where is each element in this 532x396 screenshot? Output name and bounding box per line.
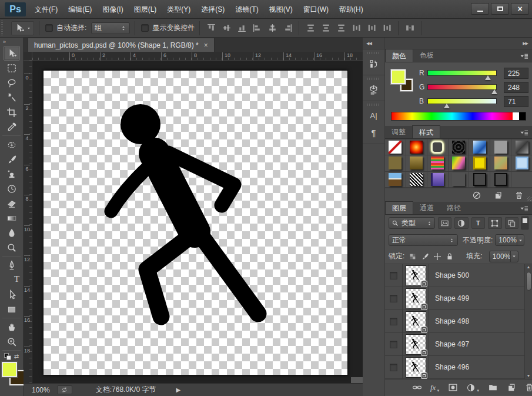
style-cell[interactable] (469, 172, 490, 187)
maximize-button[interactable] (491, 3, 509, 15)
filter-smart-objects-button[interactable] (505, 217, 519, 229)
menu-help[interactable]: 帮助(H) (334, 0, 369, 19)
blue-value-field[interactable]: 71 (504, 96, 528, 107)
style-cell[interactable] (469, 139, 490, 155)
layer-thumbnail[interactable] (406, 311, 426, 332)
tools-collapse-toggle[interactable]: » (0, 38, 23, 46)
tab-close-icon[interactable]: × (204, 41, 208, 49)
tab-adjustments[interactable]: 调整 (385, 125, 412, 138)
layer-name[interactable]: Shape 500 (429, 271, 469, 279)
tab-styles[interactable]: 样式 (412, 125, 440, 138)
tab-color[interactable]: 颜色 (385, 49, 413, 62)
delete-style-button[interactable] (514, 191, 524, 200)
style-cell[interactable] (511, 139, 532, 155)
new-style-button[interactable] (493, 191, 503, 200)
fill-dropdown[interactable]: 100% (489, 251, 518, 262)
menu-edit[interactable]: 编辑(E) (63, 0, 97, 19)
foreground-color-swatch[interactable] (391, 69, 406, 84)
style-cell[interactable] (490, 139, 511, 155)
visibility-toggle[interactable] (385, 264, 403, 287)
visibility-toggle[interactable] (385, 310, 403, 332)
style-cell[interactable] (406, 155, 427, 171)
pen-tool[interactable] (4, 258, 20, 272)
pasteboard[interactable] (32, 61, 363, 383)
hue-ramp[interactable] (392, 112, 513, 120)
style-cell[interactable] (490, 155, 511, 171)
distribute-right-button[interactable] (380, 22, 393, 35)
close-button[interactable]: × (511, 3, 529, 15)
style-cell[interactable] (449, 172, 469, 187)
slider-thumb[interactable] (491, 89, 497, 94)
distribute-vertical-center-button[interactable] (319, 22, 332, 35)
menu-filter[interactable]: 滤镜(T) (230, 0, 263, 19)
style-cell[interactable] (427, 139, 448, 155)
link-layers-button[interactable] (412, 382, 422, 392)
layer-name[interactable]: Shape 498 (429, 317, 469, 325)
layer-row[interactable]: Shape 497 (385, 333, 532, 356)
character-panel-button[interactable]: A| (365, 107, 383, 124)
options-grip[interactable] (1, 21, 3, 36)
eyedropper-tool[interactable] (4, 119, 20, 134)
layer-name[interactable]: Shape 497 (429, 340, 469, 348)
tab-layers[interactable]: 图层 (385, 201, 413, 214)
eye-checkbox[interactable] (390, 272, 397, 279)
add-layer-mask-button[interactable] (448, 382, 458, 392)
layer-row[interactable]: Shape 496 (385, 356, 532, 379)
default-colors-icon[interactable] (4, 353, 11, 360)
layer-thumbnail-cell[interactable] (403, 356, 429, 378)
lock-transparent-pixels-button[interactable] (409, 252, 417, 261)
current-tool-preset[interactable] (11, 21, 34, 35)
distribute-horizontal-center-button[interactable] (365, 22, 378, 35)
layer-style-button[interactable]: fx▼ (430, 383, 440, 392)
filter-type-layers-button[interactable]: T (471, 217, 486, 229)
green-slider[interactable] (427, 84, 497, 90)
style-cell[interactable] (406, 139, 427, 155)
clear-style-button[interactable] (472, 191, 481, 200)
delete-layer-button[interactable] (524, 382, 532, 392)
tab-swatches[interactable]: 色板 (413, 49, 440, 62)
style-cell[interactable] (449, 155, 469, 171)
resize-grip[interactable] (527, 197, 531, 201)
style-cell[interactable] (490, 172, 511, 187)
menu-image[interactable]: 图像(I) (97, 0, 128, 19)
eye-checkbox[interactable] (390, 318, 397, 325)
slider-thumb[interactable] (444, 104, 450, 108)
minimize-button[interactable] (471, 3, 489, 15)
align-right-button[interactable] (281, 22, 294, 35)
path-selection-tool[interactable] (4, 287, 20, 302)
layer-thumbnail[interactable] (406, 357, 426, 378)
new-layer-button[interactable] (506, 382, 516, 392)
align-bottom-button[interactable] (235, 22, 248, 35)
magic-wand-tool[interactable] (4, 90, 20, 105)
menu-layer[interactable]: 图层(L) (129, 0, 162, 19)
document-tab[interactable]: human_pictos_psd.psd @ 100% (Shape 1, RG… (28, 38, 215, 52)
menu-view[interactable]: 视图(V) (264, 0, 298, 19)
layer-row[interactable]: Shape 498 (385, 310, 532, 333)
align-left-button[interactable] (250, 22, 263, 35)
drag-grip[interactable] (367, 76, 380, 81)
white-shortcut[interactable] (513, 112, 519, 120)
color-spectrum-ramp[interactable] (391, 112, 526, 121)
style-cell[interactable] (427, 155, 448, 171)
horizontal-ruler[interactable]: 0 2 4 6 8 10 12 14 16 18 (32, 52, 363, 61)
style-cell[interactable] (406, 172, 427, 187)
panel-menu-icon[interactable] (520, 205, 528, 212)
gradient-tool[interactable] (4, 211, 20, 225)
crop-tool[interactable] (4, 105, 20, 119)
layer-name[interactable]: Shape 499 (429, 294, 469, 302)
tab-paths[interactable]: 路径 (440, 201, 467, 214)
zoom-level-field[interactable]: 100% (32, 386, 50, 394)
show-transform-checkbox[interactable] (141, 24, 149, 32)
paragraph-panel-button[interactable]: ¶ (365, 124, 383, 141)
align-vertical-center-button[interactable] (220, 22, 233, 35)
menu-select[interactable]: 选择(S) (196, 0, 230, 19)
layer-row[interactable]: Shape 500 (385, 264, 532, 287)
opacity-dropdown[interactable]: 100% (495, 234, 524, 246)
swap-colors-icon[interactable]: ⇄ (14, 353, 19, 360)
menu-file[interactable]: 文件(F) (29, 0, 63, 19)
drag-grip[interactable] (367, 102, 380, 107)
distribute-bottom-button[interactable] (334, 22, 347, 35)
style-cell[interactable] (449, 139, 469, 155)
layer-thumbnail-cell[interactable] (403, 310, 429, 332)
eye-checkbox[interactable] (390, 364, 397, 371)
